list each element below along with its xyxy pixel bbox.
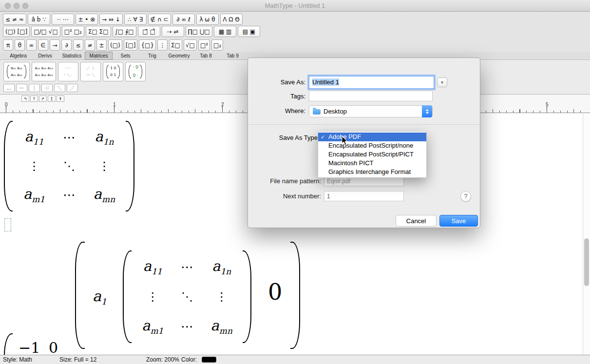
outer-left-paren [75,242,85,349]
tab-statistics[interactable]: Statistics [58,52,85,59]
quick-template-radical-button[interactable]: √□ [184,39,197,51]
tab-matrices[interactable]: Matrices [85,52,112,59]
quick-symbol-partial-button[interactable]: ∂ [61,39,72,51]
expand-dialog-button[interactable]: ▾ [437,77,447,87]
quick-template-braces-button[interactable]: {□} [139,39,156,51]
tab-stop-left-button[interactable]: ↰ [21,96,29,102]
greek-lowercase-button[interactable]: λ ω θ [196,14,219,25]
paren-glyph [24,65,26,78]
identity-matrix-template-button[interactable]: 1 0 0 1 [103,62,123,81]
tab-derivs[interactable]: Derivs [32,52,58,59]
quick-template-subscript-button[interactable]: □₂ [211,39,223,51]
menu-item-eps-none[interactable]: Encapsulated PostScript/none [318,141,426,150]
script-templates-button[interactable]: □² □₂ [62,26,84,37]
dotted-matrix-template-button[interactable]: · · · · ⋱ · [58,62,78,81]
help-button[interactable]: ? [460,191,471,202]
ellipsis-up-diagonal-button[interactable]: ⋰ [67,84,78,92]
matrix-2x2-template-button[interactable]: a₁₁ a₁₂ a₂₁ a₂₂ [3,62,30,81]
where-popup[interactable]: Desktop [309,105,433,117]
spacing-ellipses-button[interactable]: ⋅⋅ ⋯ [52,14,74,25]
template-preview: · 0 0 · [133,63,138,80]
quick-template-superscript-button[interactable]: □² [198,39,210,51]
box-templates-button[interactable]: ▤ ▣ [238,26,260,37]
misc-symbols-button[interactable]: ∂ ∞ ℓ [172,14,195,25]
ellipsis-vertical-button[interactable]: ⋮ [29,84,40,92]
operator-symbols-button[interactable]: ± • ⊗ [76,14,98,25]
tab-stop-bar-button[interactable]: ↟ [57,96,64,102]
menu-item-gif[interactable]: Graphics Interchange Format [318,168,426,176]
matrix-cell: a1n [212,258,231,276]
template-preview: 1 0 0 1 [110,65,116,79]
quick-template-brackets-button[interactable]: [□] [124,39,138,51]
quick-symbol-element-button[interactable]: ∈ [38,39,48,51]
quick-template-dots-button[interactable]: ⋮ [157,39,168,51]
sum-templates-button[interactable]: Σ□ Σ□ [86,26,111,37]
quick-symbol-plusminus-button[interactable]: ± [96,39,107,51]
matrix-cell: ⋮ [147,290,158,304]
matrix-grid-template-button[interactable]: a₁₁ a₁₂ a₁₃ a₂₁ a₂₂ a₂₃ [32,62,57,81]
paren-glyph [140,65,142,78]
product-set-templates-button[interactable]: ∏□ ⋃□ [186,26,212,37]
tags-input[interactable] [309,91,433,101]
tab-algebra[interactable]: Algebra [5,52,32,59]
matrix-cell: a1n [95,128,114,147]
color-swatch[interactable] [202,357,216,363]
matrix-cell: ⋯ [63,188,76,202]
fraction-radical-templates-button[interactable]: □∕□ √□ [31,26,60,37]
set-theory-symbols-button[interactable]: ∉ ∩ ⊂ [148,14,171,25]
tab-tab-9[interactable]: Tab 9 [219,52,246,59]
matrix-grid: a11 ⋯ a1n ⋮ ⋱ ⋮ am1 ⋯ amn [17,123,122,210]
menu-item-macintosh-pict[interactable]: Macintosh PICT [318,159,426,168]
matrix-cell: amn [210,317,232,336]
left-paren [4,333,13,355]
ellipsis-low-button[interactable]: … [3,84,15,92]
status-style[interactable]: Style: Math [3,356,32,363]
tab-sets[interactable]: Sets [112,52,139,59]
quick-symbol-arrow-button[interactable]: → [50,39,60,51]
save-button[interactable]: Save [439,215,478,227]
tab-trig[interactable]: Trig [139,52,166,59]
diagonal-dots-template-button[interactable]: ⋰ ⋮ ⋯ ⋱ [80,62,101,81]
matrix-cell: am1 [23,186,45,204]
save-as-input[interactable]: Untitled 1 [309,76,434,89]
cancel-button[interactable]: Cancel [396,215,437,227]
tab-stop-right-button[interactable]: ↱ [39,96,47,102]
status-zoom[interactable]: Zoom: 200% [146,356,179,363]
ellipsis-center-button[interactable]: ⋯ [16,84,27,92]
ellipsis-proportion-button[interactable]: ∷ [41,84,53,92]
next-number-input[interactable] [324,191,404,201]
relational-symbols-button[interactable]: ≤ ≠ ≈ [3,14,26,25]
tab-tab-8[interactable]: Tab 8 [192,52,219,59]
integral-templates-button[interactable]: ∫□ ∮□ [113,26,136,37]
ellipsis-down-diagonal-button[interactable]: ⋱ [54,84,65,92]
scrollbar-thumb[interactable] [584,238,589,286]
embellishments-button[interactable]: â ḃ ∵ [28,14,50,25]
matrix-templates-button[interactable]: ▦ ▥ [214,26,236,37]
quick-symbol-neq-button[interactable]: ≠ [85,39,95,51]
tab-stop-center-button[interactable]: ↑ [30,96,38,102]
labeled-arrow-templates-button[interactable]: ⇢ ⇌ [162,26,184,37]
arrow-symbols-button[interactable]: → ⇔ ↓ [99,14,123,25]
logic-symbols-button[interactable]: ∴ ∀ ∃ [124,14,147,25]
tab-geometry[interactable]: Geometry [166,52,192,59]
save-dialog: Save As: Untitled 1 ▾ Tags: Where: Deskt… [247,57,480,228]
empty-slot[interactable] [4,218,11,231]
underbar-overbar-templates-button[interactable]: □̄ □̂ [138,26,160,37]
fence-templates-button[interactable]: (□) [□] [3,26,30,37]
ruler-number: 5 [546,102,549,107]
status-size[interactable]: Size: Full = 12 [59,356,96,363]
chevron-up-icon [426,109,429,111]
matrix-grid: a11 ⋯ a1n ⋮ ⋱ ⋮ am1 ⋯ amn [135,252,239,341]
slot-matrix-template-button[interactable]: · 0 0 · [125,62,146,81]
quick-symbol-pi-button[interactable]: π [3,39,13,51]
quick-symbol-theta-button[interactable]: θ [15,39,25,51]
menu-item-adobe-pdf[interactable]: ✓ Adobe PDF [318,133,426,141]
menu-item-eps-pict[interactable]: Encapsulated PostScript/PICT [318,150,426,159]
quick-symbol-leq-button[interactable]: ≤ [73,39,83,51]
quick-template-sum-button[interactable]: Σ□ [169,39,182,51]
quick-symbol-infinity-button[interactable]: ∞ [26,39,37,51]
vertical-scrollbar[interactable] [583,113,590,355]
tab-stop-decimal-button[interactable]: ↥ [48,96,56,102]
greek-uppercase-button[interactable]: Λ Ω Θ [220,14,243,25]
quick-template-parens-button[interactable]: (□) [108,39,122,51]
